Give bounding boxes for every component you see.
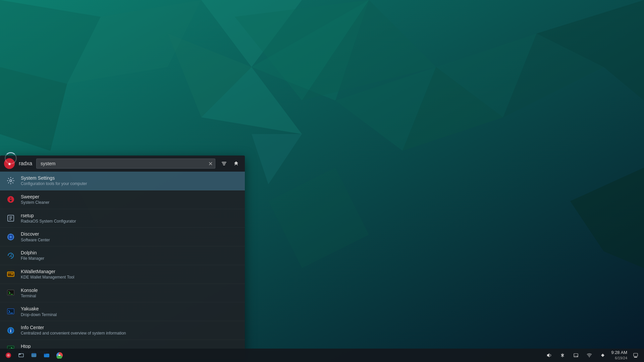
app-info-kwallet: KWalletManagerKDE Wallet Management Tool — [21, 268, 239, 280]
app-name-kwallet: KWalletManager — [21, 268, 239, 275]
svg-rect-59 — [634, 353, 638, 356]
svg-point-46 — [7, 354, 10, 357]
bluetooth-icon[interactable] — [557, 350, 568, 361]
show-desktop-button[interactable] — [630, 350, 641, 361]
app-name-sweeper: Sweeper — [21, 194, 239, 200]
taskbar-chromium-button[interactable] — [54, 350, 65, 361]
app-icon-discover — [5, 232, 16, 242]
clock-time: 9:28 AM — [611, 350, 627, 356]
app-name-system-settings: System Settings — [21, 175, 239, 181]
app-item-dolphin[interactable]: DolphinFile Manager — [0, 246, 245, 265]
svg-rect-60 — [634, 357, 637, 358]
pin-button[interactable] — [231, 159, 241, 168]
app-icon-konsole — [5, 288, 16, 298]
svg-point-24 — [10, 180, 12, 182]
header-icons — [219, 159, 241, 168]
app-info-info-center: Info CenterCentralized and convenient ov… — [21, 324, 239, 336]
svg-rect-22 — [222, 163, 226, 164]
svg-rect-48 — [19, 354, 21, 355]
app-desc-rsetup: RadxaOS System Configurator — [21, 219, 239, 224]
launcher-title: radxa — [19, 161, 32, 167]
app-item-yakuake[interactable]: YakuakeDrop-down Terminal — [0, 302, 245, 321]
svg-point-57 — [577, 356, 578, 357]
app-item-konsole[interactable]: KonsoleTerminal — [0, 284, 245, 303]
app-icon-yakuake — [5, 306, 16, 317]
loading-spinner — [5, 152, 17, 164]
app-info-discover: DiscoverSoftware Center — [21, 231, 239, 243]
svg-rect-52 — [44, 354, 46, 355]
app-icon-rsetup — [5, 213, 16, 224]
app-desc-system-settings: Configuration tools for your computer — [21, 181, 239, 187]
app-info-system-settings: System SettingsConfiguration tools for y… — [21, 175, 239, 187]
svg-point-30 — [10, 236, 12, 238]
svg-marker-58 — [601, 354, 604, 357]
launcher-panel: ◉ radxa ✕ — [0, 156, 245, 359]
launcher-header: ◉ radxa ✕ — [0, 156, 245, 172]
drive-icon[interactable] — [570, 350, 582, 361]
app-info-dolphin: DolphinFile Manager — [21, 250, 239, 261]
app-item-system-settings[interactable]: System SettingsConfiguration tools for y… — [0, 172, 245, 190]
app-list: System SettingsConfiguration tools for y… — [0, 172, 245, 359]
clock-date: 6/19/24 — [611, 356, 627, 360]
taskbar-menu-button[interactable] — [3, 350, 14, 361]
taskbar-fileman-button[interactable] — [41, 350, 52, 361]
network-icon[interactable] — [584, 350, 595, 361]
app-info-konsole: KonsoleTerminal — [21, 287, 239, 299]
app-icon-kwallet — [5, 269, 16, 280]
app-name-discover: Discover — [21, 231, 239, 237]
app-desc-sweeper: System Cleaner — [21, 200, 239, 205]
app-desc-discover: Software Center — [21, 238, 239, 243]
app-icon-dolphin — [5, 250, 16, 261]
svg-point-31 — [11, 254, 12, 255]
filter-button[interactable] — [219, 159, 229, 168]
search-input[interactable] — [36, 159, 215, 169]
taskbar-right: 9:28 AM 6/19/24 — [543, 350, 641, 361]
svg-rect-21 — [222, 162, 226, 163]
svg-rect-32 — [7, 272, 14, 277]
app-item-kwallet[interactable]: KWalletManagerKDE Wallet Management Tool — [0, 265, 245, 284]
app-item-info-center[interactable]: Info CenterCentralized and convenient ov… — [0, 321, 245, 340]
app-item-rsetup[interactable]: rsetupRadxaOS System Configurator — [0, 209, 245, 228]
volume-icon[interactable] — [543, 350, 555, 361]
app-name-yakuake: Yakuake — [21, 306, 239, 312]
app-icon-system-settings — [5, 175, 16, 186]
svg-rect-23 — [223, 165, 225, 165]
app-desc-info-center: Centralized and convenient overview of s… — [21, 331, 239, 336]
app-desc-konsole: Terminal — [21, 294, 239, 299]
expand-icon[interactable] — [597, 350, 608, 361]
app-info-sweeper: SweeperSystem Cleaner — [21, 194, 239, 205]
app-icon-info-center — [5, 325, 16, 336]
system-tray — [543, 350, 608, 361]
app-name-konsole: Konsole — [21, 287, 239, 293]
app-desc-kwallet: KDE Wallet Management Tool — [21, 275, 239, 280]
taskbar: 9:28 AM 6/19/24 — [0, 349, 644, 362]
app-desc-dolphin: File Manager — [21, 256, 239, 261]
app-desc-yakuake: Drop-down Terminal — [21, 312, 239, 318]
app-info-yakuake: YakuakeDrop-down Terminal — [21, 306, 239, 317]
app-info-rsetup: rsetupRadxaOS System Configurator — [21, 213, 239, 224]
app-name-info-center: Info Center — [21, 324, 239, 330]
app-name-rsetup: rsetup — [21, 213, 239, 219]
search-container: ✕ — [36, 159, 215, 169]
app-item-discover[interactable]: DiscoverSoftware Center — [0, 228, 245, 246]
app-icon-sweeper — [5, 194, 16, 205]
clock[interactable]: 9:28 AM 6/19/24 — [611, 350, 627, 360]
app-name-dolphin: Dolphin — [21, 250, 239, 256]
search-clear-button[interactable]: ✕ — [208, 161, 213, 167]
taskbar-browser-button[interactable] — [28, 350, 40, 361]
svg-rect-50 — [32, 353, 36, 354]
app-item-sweeper[interactable]: SweeperSystem Cleaner — [0, 190, 245, 209]
taskbar-files-button[interactable] — [15, 350, 27, 361]
